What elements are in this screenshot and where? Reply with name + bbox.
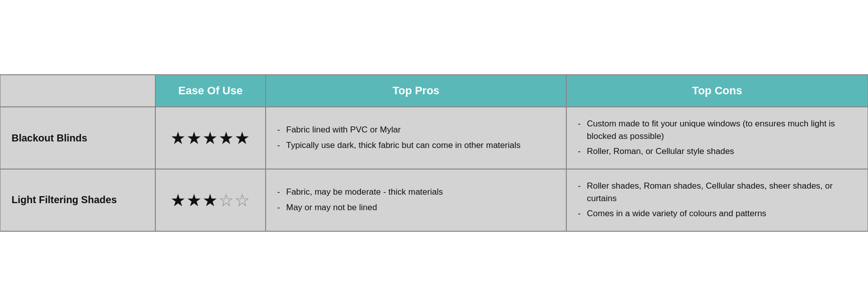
star-rating: ★★★☆☆: [167, 190, 254, 210]
header-pros: Top Pros: [266, 75, 566, 107]
header-name: [0, 75, 155, 107]
header-ease: Ease Of Use: [155, 75, 266, 107]
star-rating: ★★★★★: [167, 128, 254, 148]
cons-item: Roller, Roman, or Cellular style shades: [578, 144, 856, 160]
ease-stars-cell: ★★★☆☆: [155, 169, 266, 231]
star-filled-icon: ★: [235, 128, 251, 147]
cons-item: Roller shades, Roman shades, Cellular sh…: [578, 179, 856, 206]
cons-item: Custom made to fit your unique windows (…: [578, 116, 856, 144]
ease-stars-cell: ★★★★★: [155, 107, 266, 169]
cons-cell: Custom made to fit your unique windows (…: [566, 107, 868, 169]
product-name: Blackout Blinds: [12, 132, 87, 143]
star-filled-icon: ★: [170, 128, 186, 147]
star-filled-icon: ★: [170, 191, 186, 210]
star-filled-icon: ★: [186, 191, 202, 210]
star-filled-icon: ★: [219, 128, 235, 147]
pros-cell: Fabric lined with PVC or MylarTypically …: [266, 107, 566, 169]
cons-item: Comes in a wide variety of colours and p…: [578, 206, 856, 222]
star-filled-icon: ★: [202, 191, 219, 210]
pros-item: May or may not be lined: [277, 200, 555, 216]
table-row: Blackout Blinds★★★★★Fabric lined with PV…: [0, 107, 868, 169]
star-filled-icon: ★: [202, 128, 219, 147]
pros-item: Fabric lined with PVC or Mylar: [277, 122, 555, 138]
header-cons: Top Cons: [566, 75, 868, 107]
product-name: Light Filtering Shades: [12, 194, 117, 205]
comparison-table: Ease Of Use Top Pros Top Cons Blackout B…: [0, 74, 868, 232]
pros-item: Fabric, may be moderate - thick material…: [277, 185, 555, 200]
product-name-cell: Light Filtering Shades: [0, 169, 155, 231]
pros-cell: Fabric, may be moderate - thick material…: [266, 169, 566, 231]
product-name-cell: Blackout Blinds: [0, 107, 155, 169]
pros-item: Typically use dark, thick fabric but can…: [277, 138, 555, 154]
star-empty-icon: ☆: [219, 191, 235, 210]
cons-cell: Roller shades, Roman shades, Cellular sh…: [566, 169, 868, 231]
star-empty-icon: ☆: [235, 191, 251, 210]
table-row: Light Filtering Shades★★★☆☆Fabric, may b…: [0, 169, 868, 231]
star-filled-icon: ★: [186, 128, 202, 147]
